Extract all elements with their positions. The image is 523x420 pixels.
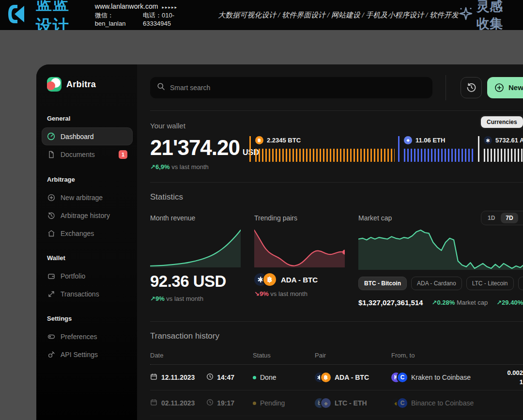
sidebar-item-documents[interactable]: Documents 1 <box>42 146 132 163</box>
new-arbitrage-button[interactable]: New arbitrage <box>487 77 523 98</box>
gauge-icon <box>47 132 55 140</box>
dashboard-window: Arbitra General Dashboard Documents 1 Ar… <box>36 64 523 420</box>
market-cap-card: Market cap 1D 7D 1M BTC - Bitcoin ADA - … <box>358 214 523 307</box>
btc-amount: 2.2345 BTC <box>267 137 301 144</box>
tx-date: 12.11.2023 <box>161 373 195 381</box>
promo-banner: 蓝蓝设计 www.lanlanwork.com▸▸▸▸▸ 微信：ben_lanl… <box>0 0 523 30</box>
table-row[interactable]: 29.10.2023 04:23 Done <box>150 416 523 420</box>
transaction-history-section: Transaction history Date Status Pair Fro… <box>150 322 523 420</box>
calendar-icon <box>150 373 157 382</box>
search-box[interactable] <box>150 77 432 98</box>
pill-btc-bitcoin[interactable]: BTC - Bitcoin <box>358 277 407 290</box>
tx-status: Pending <box>260 399 285 407</box>
tx-status: Done <box>260 373 276 381</box>
sidebar-item-new-arbitrage[interactable]: New arbitrage <box>42 189 132 206</box>
sidebar-item-arbitrage-history[interactable]: Arbitrage history <box>42 207 132 224</box>
eth-ticks <box>404 149 475 162</box>
new-arbitrage-label: New arbitrage <box>508 83 523 92</box>
market-cap-chart <box>358 229 523 270</box>
toggle-icon <box>47 332 55 341</box>
file-icon <box>47 151 55 159</box>
sidebar-item-api-settings[interactable]: API Settings <box>42 346 132 363</box>
table-row[interactable]: 02.11.2023 19:17 Pending <box>150 390 523 416</box>
ada-coin-icon <box>484 136 492 144</box>
lanlan-logo-icon <box>8 4 32 26</box>
phone-label: 电话：010-63334945 <box>143 11 190 28</box>
btc-coin-icon <box>255 136 263 144</box>
star-icon <box>459 6 473 24</box>
section-title-settings: Settings <box>47 315 127 322</box>
clock-icon <box>206 399 214 407</box>
table-row[interactable]: 12.11.2023 14:47 Done <box>150 365 523 390</box>
eth-coin-icon <box>404 136 412 144</box>
market-cap-value: $1,327,027,361,514 <box>358 298 423 307</box>
trending-pairs-label: Trending pairs <box>254 214 358 222</box>
banner-url[interactable]: www.lanlanwork.com <box>95 2 158 10</box>
month-revenue-label: Month revenue <box>150 214 254 222</box>
col-pair: Pair <box>315 352 391 359</box>
search-icon <box>157 82 165 93</box>
col-status: Status <box>253 352 315 359</box>
statistics-heading: Statistics <box>150 192 523 202</box>
ada-ticks <box>484 149 523 162</box>
sidebar-item-label: Portfolio <box>61 272 85 280</box>
tx-route: Kraken to Coinbase <box>411 373 471 381</box>
services-list: 大数据可视化设计 / 软件界面设计 / 网站建设 / 手机及小程序设计 / 软件… <box>218 11 459 20</box>
market-cap-change: ↗0.28% Market cap <box>431 299 488 306</box>
month-revenue-value: 92.36 USD <box>150 272 254 291</box>
sidebar-item-label: Preferences <box>61 333 97 341</box>
month-revenue-chart <box>150 229 241 267</box>
tx-amount: 0.002 <box>479 368 523 378</box>
eth-amount: 11.06 ETH <box>415 137 445 144</box>
coinbase-icon <box>398 373 407 382</box>
sidebar: Arbitra General Dashboard Documents 1 Ar… <box>36 64 137 420</box>
collect-label: 灵感收集 <box>477 0 515 32</box>
sidebar-item-label: Exchanges <box>61 230 94 237</box>
col-route: From, to <box>391 352 479 359</box>
sidebar-item-portfolio[interactable]: Portfolio <box>42 267 132 284</box>
status-dot <box>253 376 256 379</box>
sidebar-item-label: API Settings <box>61 351 98 358</box>
tx-route: Binance to Coinbase <box>411 399 474 407</box>
arrows-decoration: ▸▸▸▸▸ <box>162 5 178 10</box>
sidebar-item-exchanges[interactable]: Exchanges <box>42 225 132 242</box>
range-1d[interactable]: 1D <box>483 213 500 223</box>
pill-ada-cardano[interactable]: ADA - Cardano <box>411 277 462 290</box>
plus-circle-icon <box>47 193 55 202</box>
sidebar-item-preferences[interactable]: Preferences <box>42 328 132 345</box>
section-title-general: General <box>47 115 127 122</box>
range-1m[interactable]: 1M <box>519 213 523 223</box>
pill-eth-ethereum[interactable]: ETH - Ethereum <box>518 277 523 290</box>
tab-currencies[interactable]: Currencies <box>481 116 523 128</box>
documents-badge: 1 <box>119 150 127 159</box>
wallet-section: Your wallet 21'374.20USD ↗6,9% vs last m… <box>150 111 523 182</box>
arbitra-logo-icon <box>47 77 62 92</box>
plus-circle-icon <box>494 83 504 93</box>
tx-amount: 1 <box>479 377 523 387</box>
sidebar-item-dashboard[interactable]: Dashboard <box>42 128 132 145</box>
sidebar-item-label: Arbitrage history <box>61 212 110 219</box>
pill-ltc-litecoin[interactable]: LTC - Litecoin <box>466 277 514 290</box>
history-button[interactable] <box>461 77 482 98</box>
btc-segment[interactable]: 2.2345 BTC <box>249 136 395 162</box>
wallet-view-tabs: Currencies Exchanges <box>479 115 523 129</box>
ada-segment[interactable]: 5732.61 ADA <box>478 136 523 162</box>
main-content: New arbitrage Your wallet 21'374.20USD ↗… <box>137 64 523 420</box>
wallet-allocation-bar: 2.2345 BTC 11.06 ETH <box>249 136 523 162</box>
eth-segment[interactable]: 11.06 ETH <box>398 136 475 162</box>
table-header: Date Status Pair From, to <box>150 352 523 365</box>
wechat-label: 微信：ben_lanlan <box>95 11 134 28</box>
history-icon <box>466 82 477 93</box>
transaction-history-heading: Transaction history <box>150 331 523 341</box>
status-dot <box>253 402 256 405</box>
coinbase-icon <box>398 398 407 408</box>
section-title-wallet: Wallet <box>47 254 127 262</box>
search-input[interactable] <box>170 84 426 92</box>
inspiration-collect[interactable]: 灵感收集 <box>459 0 515 32</box>
section-title-arbitrage: Arbitrage <box>47 176 127 183</box>
range-7d[interactable]: 7D <box>501 213 518 223</box>
sidebar-item-label: Dashboard <box>61 133 94 140</box>
pair-filter-pills: BTC - Bitcoin ADA - Cardano LTC - Liteco… <box>358 277 523 290</box>
sidebar-item-transactions[interactable]: Transactions <box>42 285 132 302</box>
calendar-icon <box>150 399 157 407</box>
